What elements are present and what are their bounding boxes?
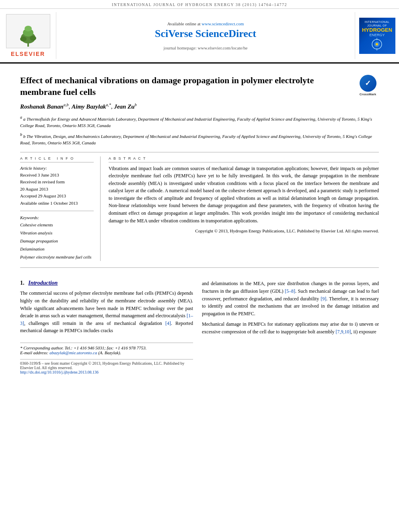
ref-7-9-10-link[interactable]: [7,9,10] xyxy=(336,329,351,335)
svg-point-5 xyxy=(30,36,36,41)
revised-date: 20 August 2013 xyxy=(20,186,94,193)
crossmark-badge: ✓ CrossMark xyxy=(357,75,379,97)
svg-point-4 xyxy=(20,37,27,41)
keyword-2: Vibration analysis xyxy=(20,229,94,237)
affiliation-b: b b The Vibration, Design, and Mechatron… xyxy=(20,131,379,146)
cover-subtitle: International Journal of xyxy=(361,20,394,27)
elsevier-logo-box xyxy=(6,14,50,48)
cover-energy-text: ENERGY xyxy=(369,33,385,37)
ref-5-8-link[interactable]: [5–8] xyxy=(285,288,295,294)
keyword-1: Cohesive elements xyxy=(20,221,94,229)
svg-point-8 xyxy=(376,43,378,45)
available-date: Available online 1 October 2013 xyxy=(20,200,94,207)
abstract-label: A B S T R A C T xyxy=(109,156,379,162)
journal-cover-image: International Journal of HYDROGEN ENERGY xyxy=(359,18,395,54)
cover-graphic-icon xyxy=(368,37,386,51)
intro-paragraph-right: and delaminations in the MEA, pore size … xyxy=(202,280,379,335)
journal-center-header: Available online at www.sciencedirect.co… xyxy=(56,12,355,59)
footnote-section: * Corresponding author. Tel.: +1 416 946… xyxy=(20,343,193,355)
ref-4-link[interactable]: [4] xyxy=(165,320,171,326)
authors-line: Roshanak Banana,b, Aimy Bazylaka,*, Jean… xyxy=(20,103,379,110)
intro-heading: 1. Introduction xyxy=(20,280,193,286)
article-info-abstract-section: A R T I C L E I N F O Article history: R… xyxy=(20,156,379,261)
crossmark-label: CrossMark xyxy=(360,92,376,97)
article-history-label: Article history: xyxy=(20,166,94,170)
keywords-list: Cohesive elements Vibration analysis Dam… xyxy=(20,221,94,261)
doi-link[interactable]: http://dx.doi.org/10.1016/j.ijhydene.201… xyxy=(20,370,99,374)
body-paragraph-2: and delaminations in the MEA, pore size … xyxy=(202,280,379,317)
intro-paragraph-left: The commercial success of polymer electr… xyxy=(20,290,193,335)
journal-cover-section: International Journal of HYDROGEN ENERGY xyxy=(355,12,399,59)
elsevier-tree-icon xyxy=(12,24,44,48)
author2-name: Aimy Bazylak xyxy=(72,103,106,110)
body-paragraph-3: Mechanical damage in PEMFCs for stationa… xyxy=(202,320,379,335)
article-history-dates: Received 3 June 2013 Received in revised… xyxy=(20,172,94,207)
copyright-text: Copyright © 2013, Hydrogen Energy Public… xyxy=(109,228,379,234)
available-online-text: Available online at www.sciencedirect.co… xyxy=(167,21,244,26)
main-body-section: 1. Introduction The commercial success o… xyxy=(20,280,379,374)
article-info-column: A R T I C L E I N F O Article history: R… xyxy=(20,156,101,261)
corresponding-note: * Corresponding author. Tel.: +1 416 946… xyxy=(20,345,193,350)
author1-name: Roshanak Banan xyxy=(20,103,64,110)
accepted-date: Accepted 29 August 2013 xyxy=(20,193,94,200)
email-author: (A. Bazylak). xyxy=(98,350,121,355)
author2-sup: a,* xyxy=(106,103,111,107)
issn-text: 0360-3199/$ – see front matter Copyright… xyxy=(20,361,193,370)
article-title-section: Effect of mechanical vibrations on damag… xyxy=(20,75,379,98)
section-number: 1. xyxy=(20,280,25,286)
main-content-area: Effect of mechanical vibrations on damag… xyxy=(0,64,399,378)
keyword-5: Polymer electrolyte membrane fuel cells xyxy=(20,253,94,261)
revised-label: Received in revised form xyxy=(20,179,94,186)
journal-citation: International Journal of Hydrogen Energy… xyxy=(112,2,287,7)
cover-main-title: HYDROGEN xyxy=(362,27,392,33)
email-label: E-mail address: xyxy=(20,350,48,355)
affiliation-a: a a Thermofluids for Energy and Advanced… xyxy=(20,114,379,129)
email-note: E-mail address: abazylak@mie.utoronto.ca… xyxy=(20,350,193,355)
section-title: Introduction xyxy=(28,280,58,286)
article-title-text: Effect of mechanical vibrations on damag… xyxy=(20,75,314,97)
affiliations-section: a a Thermofluids for Energy and Advanced… xyxy=(20,114,379,146)
crossmark-icon: ✓ xyxy=(360,75,376,92)
keyword-4: Delamination xyxy=(20,245,94,253)
sciverse-logo: SciVerse ScienceDirect xyxy=(155,28,256,40)
article-info-label: A R T I C L E I N F O xyxy=(20,156,94,162)
svg-point-3 xyxy=(25,26,32,31)
author1-sup: a,b xyxy=(64,103,69,107)
section-divider-bottom xyxy=(20,267,379,268)
author3-sup: b xyxy=(135,103,137,107)
journal-homepage-text: journal homepage: www.elsevier.com/locat… xyxy=(164,45,248,50)
elsevier-text: ELSEVIER xyxy=(11,51,45,57)
keywords-label: Keywords: xyxy=(20,215,94,220)
section-divider-top xyxy=(20,152,379,152)
body-left-column: 1. Introduction The commercial success o… xyxy=(20,280,193,374)
author3-name: Jean Zu xyxy=(114,103,134,110)
abstract-text: Vibrations and impact loads are common s… xyxy=(109,165,379,225)
sciencedirect-url[interactable]: www.sciencedirect.com xyxy=(202,21,244,26)
body-paragraph-1: The commercial success of polymer electr… xyxy=(20,290,193,335)
info-divider xyxy=(20,211,94,211)
journal-header-bar: International Journal of Hydrogen Energy… xyxy=(0,0,399,9)
received-date: Received 3 June 2013 xyxy=(20,172,94,179)
journal-header: ELSEVIER Available online at www.science… xyxy=(0,9,399,64)
ref-9-link[interactable]: [9] xyxy=(321,296,326,302)
keyword-3: Damage propagation xyxy=(20,237,94,245)
body-right-column: and delaminations in the MEA, pore size … xyxy=(202,280,379,374)
email-link[interactable]: abazylak@mie.utoronto.ca xyxy=(49,350,97,355)
footer-bar: 0360-3199/$ – see front matter Copyright… xyxy=(20,359,193,374)
abstract-column: A B S T R A C T Vibrations and impact lo… xyxy=(109,156,379,261)
elsevier-logo-section: ELSEVIER xyxy=(0,12,56,59)
